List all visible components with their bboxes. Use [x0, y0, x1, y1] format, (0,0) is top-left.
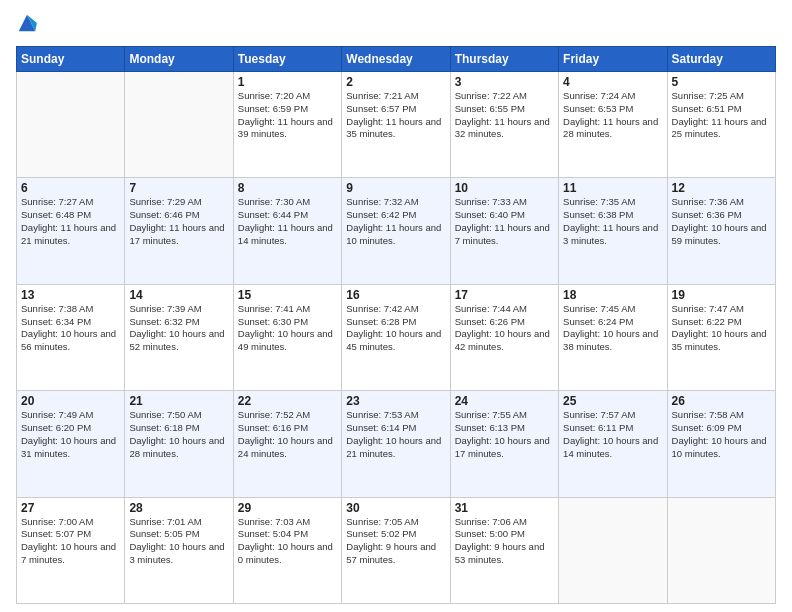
- page: SundayMondayTuesdayWednesdayThursdayFrid…: [0, 0, 792, 612]
- day-cell: 11Sunrise: 7:35 AMSunset: 6:38 PMDayligh…: [559, 178, 667, 284]
- day-cell: 4Sunrise: 7:24 AMSunset: 6:53 PMDaylight…: [559, 72, 667, 178]
- day-cell: 10Sunrise: 7:33 AMSunset: 6:40 PMDayligh…: [450, 178, 558, 284]
- day-cell: 25Sunrise: 7:57 AMSunset: 6:11 PMDayligh…: [559, 391, 667, 497]
- day-cell: 15Sunrise: 7:41 AMSunset: 6:30 PMDayligh…: [233, 284, 341, 390]
- cell-sun-info: Sunrise: 7:58 AMSunset: 6:09 PMDaylight:…: [672, 409, 771, 460]
- day-cell: [667, 497, 775, 603]
- day-cell: 9Sunrise: 7:32 AMSunset: 6:42 PMDaylight…: [342, 178, 450, 284]
- day-cell: [17, 72, 125, 178]
- day-cell: 28Sunrise: 7:01 AMSunset: 5:05 PMDayligh…: [125, 497, 233, 603]
- cell-sun-info: Sunrise: 7:01 AMSunset: 5:05 PMDaylight:…: [129, 516, 228, 567]
- day-cell: [125, 72, 233, 178]
- week-row-5: 27Sunrise: 7:00 AMSunset: 5:07 PMDayligh…: [17, 497, 776, 603]
- cell-sun-info: Sunrise: 7:42 AMSunset: 6:28 PMDaylight:…: [346, 303, 445, 354]
- day-number: 12: [672, 181, 771, 195]
- day-number: 30: [346, 501, 445, 515]
- week-row-2: 6Sunrise: 7:27 AMSunset: 6:48 PMDaylight…: [17, 178, 776, 284]
- col-header-tuesday: Tuesday: [233, 47, 341, 72]
- cell-sun-info: Sunrise: 7:47 AMSunset: 6:22 PMDaylight:…: [672, 303, 771, 354]
- day-cell: 20Sunrise: 7:49 AMSunset: 6:20 PMDayligh…: [17, 391, 125, 497]
- day-cell: 21Sunrise: 7:50 AMSunset: 6:18 PMDayligh…: [125, 391, 233, 497]
- day-cell: [559, 497, 667, 603]
- col-header-monday: Monday: [125, 47, 233, 72]
- day-number: 27: [21, 501, 120, 515]
- week-row-1: 1Sunrise: 7:20 AMSunset: 6:59 PMDaylight…: [17, 72, 776, 178]
- day-number: 14: [129, 288, 228, 302]
- day-cell: 8Sunrise: 7:30 AMSunset: 6:44 PMDaylight…: [233, 178, 341, 284]
- day-cell: 27Sunrise: 7:00 AMSunset: 5:07 PMDayligh…: [17, 497, 125, 603]
- day-number: 19: [672, 288, 771, 302]
- cell-sun-info: Sunrise: 7:55 AMSunset: 6:13 PMDaylight:…: [455, 409, 554, 460]
- day-cell: 31Sunrise: 7:06 AMSunset: 5:00 PMDayligh…: [450, 497, 558, 603]
- cell-sun-info: Sunrise: 7:36 AMSunset: 6:36 PMDaylight:…: [672, 196, 771, 247]
- day-number: 11: [563, 181, 662, 195]
- day-cell: 6Sunrise: 7:27 AMSunset: 6:48 PMDaylight…: [17, 178, 125, 284]
- day-number: 2: [346, 75, 445, 89]
- header-row: SundayMondayTuesdayWednesdayThursdayFrid…: [17, 47, 776, 72]
- day-cell: 12Sunrise: 7:36 AMSunset: 6:36 PMDayligh…: [667, 178, 775, 284]
- day-number: 3: [455, 75, 554, 89]
- cell-sun-info: Sunrise: 7:39 AMSunset: 6:32 PMDaylight:…: [129, 303, 228, 354]
- day-number: 29: [238, 501, 337, 515]
- cell-sun-info: Sunrise: 7:52 AMSunset: 6:16 PMDaylight:…: [238, 409, 337, 460]
- day-number: 13: [21, 288, 120, 302]
- cell-sun-info: Sunrise: 7:27 AMSunset: 6:48 PMDaylight:…: [21, 196, 120, 247]
- day-number: 15: [238, 288, 337, 302]
- day-number: 18: [563, 288, 662, 302]
- cell-sun-info: Sunrise: 7:29 AMSunset: 6:46 PMDaylight:…: [129, 196, 228, 247]
- cell-sun-info: Sunrise: 7:25 AMSunset: 6:51 PMDaylight:…: [672, 90, 771, 141]
- day-cell: 30Sunrise: 7:05 AMSunset: 5:02 PMDayligh…: [342, 497, 450, 603]
- day-number: 1: [238, 75, 337, 89]
- day-cell: 22Sunrise: 7:52 AMSunset: 6:16 PMDayligh…: [233, 391, 341, 497]
- day-cell: 14Sunrise: 7:39 AMSunset: 6:32 PMDayligh…: [125, 284, 233, 390]
- logo-icon: [16, 12, 38, 34]
- day-number: 26: [672, 394, 771, 408]
- calendar-table: SundayMondayTuesdayWednesdayThursdayFrid…: [16, 46, 776, 604]
- week-row-4: 20Sunrise: 7:49 AMSunset: 6:20 PMDayligh…: [17, 391, 776, 497]
- cell-sun-info: Sunrise: 7:49 AMSunset: 6:20 PMDaylight:…: [21, 409, 120, 460]
- cell-sun-info: Sunrise: 7:33 AMSunset: 6:40 PMDaylight:…: [455, 196, 554, 247]
- day-number: 5: [672, 75, 771, 89]
- day-cell: 7Sunrise: 7:29 AMSunset: 6:46 PMDaylight…: [125, 178, 233, 284]
- day-number: 22: [238, 394, 337, 408]
- col-header-wednesday: Wednesday: [342, 47, 450, 72]
- day-number: 10: [455, 181, 554, 195]
- cell-sun-info: Sunrise: 7:30 AMSunset: 6:44 PMDaylight:…: [238, 196, 337, 247]
- cell-sun-info: Sunrise: 7:21 AMSunset: 6:57 PMDaylight:…: [346, 90, 445, 141]
- day-number: 21: [129, 394, 228, 408]
- cell-sun-info: Sunrise: 7:00 AMSunset: 5:07 PMDaylight:…: [21, 516, 120, 567]
- day-cell: 2Sunrise: 7:21 AMSunset: 6:57 PMDaylight…: [342, 72, 450, 178]
- day-cell: 18Sunrise: 7:45 AMSunset: 6:24 PMDayligh…: [559, 284, 667, 390]
- day-number: 4: [563, 75, 662, 89]
- cell-sun-info: Sunrise: 7:53 AMSunset: 6:14 PMDaylight:…: [346, 409, 445, 460]
- day-number: 20: [21, 394, 120, 408]
- day-number: 6: [21, 181, 120, 195]
- col-header-sunday: Sunday: [17, 47, 125, 72]
- week-row-3: 13Sunrise: 7:38 AMSunset: 6:34 PMDayligh…: [17, 284, 776, 390]
- header: [16, 12, 776, 40]
- day-number: 17: [455, 288, 554, 302]
- logo: [16, 12, 38, 40]
- cell-sun-info: Sunrise: 7:24 AMSunset: 6:53 PMDaylight:…: [563, 90, 662, 141]
- cell-sun-info: Sunrise: 7:45 AMSunset: 6:24 PMDaylight:…: [563, 303, 662, 354]
- day-cell: 3Sunrise: 7:22 AMSunset: 6:55 PMDaylight…: [450, 72, 558, 178]
- cell-sun-info: Sunrise: 7:41 AMSunset: 6:30 PMDaylight:…: [238, 303, 337, 354]
- day-cell: 16Sunrise: 7:42 AMSunset: 6:28 PMDayligh…: [342, 284, 450, 390]
- day-cell: 17Sunrise: 7:44 AMSunset: 6:26 PMDayligh…: [450, 284, 558, 390]
- day-cell: 13Sunrise: 7:38 AMSunset: 6:34 PMDayligh…: [17, 284, 125, 390]
- cell-sun-info: Sunrise: 7:57 AMSunset: 6:11 PMDaylight:…: [563, 409, 662, 460]
- cell-sun-info: Sunrise: 7:05 AMSunset: 5:02 PMDaylight:…: [346, 516, 445, 567]
- cell-sun-info: Sunrise: 7:38 AMSunset: 6:34 PMDaylight:…: [21, 303, 120, 354]
- day-cell: 24Sunrise: 7:55 AMSunset: 6:13 PMDayligh…: [450, 391, 558, 497]
- day-cell: 1Sunrise: 7:20 AMSunset: 6:59 PMDaylight…: [233, 72, 341, 178]
- cell-sun-info: Sunrise: 7:44 AMSunset: 6:26 PMDaylight:…: [455, 303, 554, 354]
- day-number: 31: [455, 501, 554, 515]
- cell-sun-info: Sunrise: 7:35 AMSunset: 6:38 PMDaylight:…: [563, 196, 662, 247]
- day-number: 28: [129, 501, 228, 515]
- day-cell: 29Sunrise: 7:03 AMSunset: 5:04 PMDayligh…: [233, 497, 341, 603]
- day-number: 8: [238, 181, 337, 195]
- day-number: 16: [346, 288, 445, 302]
- cell-sun-info: Sunrise: 7:22 AMSunset: 6:55 PMDaylight:…: [455, 90, 554, 141]
- day-cell: 23Sunrise: 7:53 AMSunset: 6:14 PMDayligh…: [342, 391, 450, 497]
- cell-sun-info: Sunrise: 7:20 AMSunset: 6:59 PMDaylight:…: [238, 90, 337, 141]
